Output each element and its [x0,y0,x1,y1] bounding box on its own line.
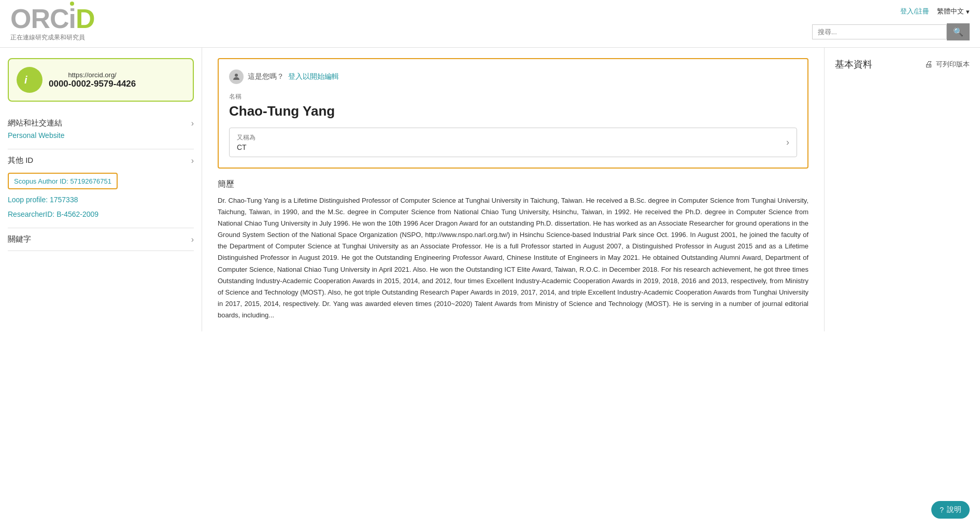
logo-i: i [69,4,76,34]
websites-section-header[interactable]: 網站和社交連結 › [8,118,194,128]
also-known-expand-icon: › [786,137,789,148]
scopus-link[interactable]: Scopus Author ID: 57192676751 [14,177,111,185]
print-label: 可列印版本 [936,60,970,69]
orcid-url: https://orcid.org/ [49,71,136,79]
keywords-section-header[interactable]: 關鍵字 › [8,234,194,244]
orcid-id-text: https://orcid.org/ 0000-0002-9579-4426 [49,71,136,89]
other-id-section-header[interactable]: 其他 ID › [8,156,194,165]
logo-area: ORCiD 正在連線研究成果和研究員 [10,5,95,42]
search-input[interactable] [812,24,947,39]
header-top-links: 登入/註冊 繁體中文 ▾ [900,7,970,16]
loop-profile-link[interactable]: Loop profile: 1757338 [8,192,194,207]
is-this-you-text: 這是您嗎？ [248,72,284,81]
also-known-box[interactable]: 又稱為 CT › [229,128,797,157]
logo-r: R [31,4,50,34]
other-id-section-title: 其他 ID [8,156,33,165]
language-label: 繁體中文 [937,7,964,16]
login-link[interactable]: 登入/註冊 [900,7,929,16]
language-selector[interactable]: 繁體中文 ▾ [937,7,970,16]
biography-section: 簡歷 Dr. Chao-Tung Yang is a Lifetime Dist… [218,179,808,321]
logo-subtitle: 正在連線研究成果和研究員 [10,33,95,42]
right-panel: 基本資料 🖨 可列印版本 [825,48,980,331]
orcid-number: 0000-0002-9579-4426 [49,79,136,89]
websites-expand-icon: › [191,119,194,128]
main-container: iD https://orcid.org/ 0000-0002-9579-442… [0,48,980,331]
researcher-id-link[interactable]: ResearcherID: B-4562-2009 [8,207,194,221]
orcid-id-card: iD https://orcid.org/ 0000-0002-9579-442… [8,58,194,102]
also-known-label: 又稱為 [237,133,255,142]
name-label: 名稱 [229,92,797,101]
logo-d: D [76,4,95,34]
is-this-you-bar: 這是您嗎？ 登入以開始編輯 [229,69,797,84]
edit-profile-link[interactable]: 登入以開始編輯 [288,72,339,81]
websites-section: 網站和社交連結 › Personal Website [8,112,194,149]
biography-text: Dr. Chao-Tung Yang is a Lifetime Disting… [218,195,808,321]
also-known-value: CT [237,143,255,151]
person-icon [229,69,244,84]
logo-o: O [10,4,31,34]
profile-center: 這是您嗎？ 登入以開始編輯 名稱 Chao-Tung Yang 又稱為 CT ›… [202,48,825,331]
personal-website-link[interactable]: Personal Website [8,128,194,143]
header: ORCiD 正在連線研究成果和研究員 登入/註冊 繁體中文 ▾ 🔍 [0,0,980,48]
basic-info-title: 基本資料 [835,58,872,71]
profile-header-box: 這是您嗎？ 登入以開始編輯 名稱 Chao-Tung Yang 又稱為 CT › [218,58,808,169]
other-id-expand-icon: › [191,156,194,165]
svg-point-0 [235,74,238,77]
keywords-section: 關鍵字 › [8,228,194,251]
sidebar: iD https://orcid.org/ 0000-0002-9579-442… [0,48,202,331]
logo: ORCiD [10,5,95,32]
researcher-name: Chao-Tung Yang [229,103,797,119]
chevron-down-icon: ▾ [966,8,970,16]
other-id-section: 其他 ID › Scopus Author ID: 57192676751 Lo… [8,149,194,228]
orcid-id-icon: iD [17,67,42,93]
print-button[interactable]: 🖨 可列印版本 [925,60,970,69]
websites-section-title: 網站和社交連結 [8,118,62,128]
print-icon: 🖨 [925,60,933,69]
biography-title: 簡歷 [218,179,808,190]
right-panel-header: 基本資料 🖨 可列印版本 [835,58,970,71]
keywords-section-title: 關鍵字 [8,234,31,244]
search-area: 🔍 [812,23,970,40]
keywords-expand-icon: › [191,235,194,244]
logo-c: C [50,4,69,34]
scopus-box: Scopus Author ID: 57192676751 [8,173,118,189]
search-button[interactable]: 🔍 [947,23,970,40]
